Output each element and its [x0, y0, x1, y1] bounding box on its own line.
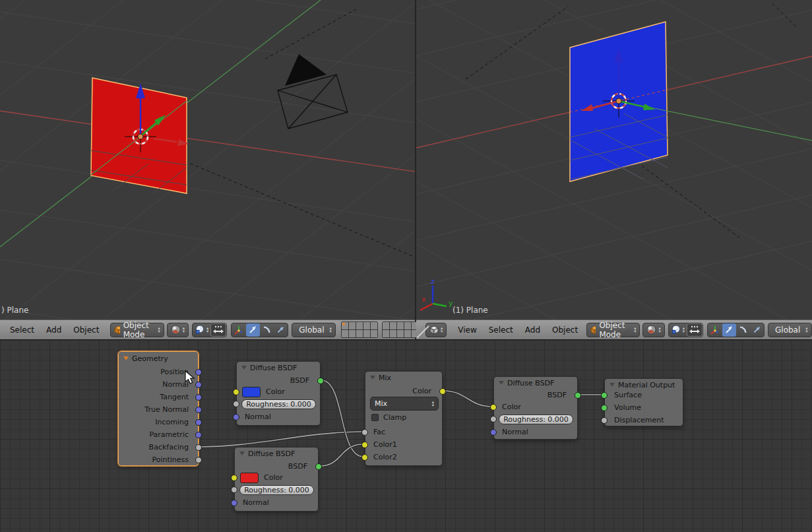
- snap-element-button[interactable]: ▴▾: [669, 323, 687, 337]
- clamp-checkbox[interactable]: [371, 414, 379, 421]
- viewport-shading-dropdown[interactable]: ▴▾: [167, 323, 189, 337]
- collapse-triangle-icon[interactable]: [239, 451, 245, 455]
- orientation-dropdown[interactable]: Global ▴▾: [768, 323, 812, 337]
- rotate-arc-icon: [262, 325, 272, 335]
- collapse-triangle-icon[interactable]: [499, 381, 504, 385]
- object-origin: [138, 134, 143, 139]
- socket-normal-in[interactable]: [233, 414, 239, 420]
- socket-color-in[interactable]: [233, 389, 239, 395]
- socket-bsdf-out[interactable]: [315, 463, 322, 470]
- color-swatch[interactable]: [240, 473, 259, 483]
- input-surface: Surface: [614, 390, 642, 401]
- manipulator-toggle-button[interactable]: [708, 323, 722, 337]
- node-diffuse-bsdf-2[interactable]: Diffuse BSDF BSDF Color Roughness: 0.000…: [234, 447, 319, 512]
- socket-parametric[interactable]: [195, 432, 202, 438]
- mode-dropdown[interactable]: Object Mode ▴▾: [586, 323, 640, 337]
- socket-roughness-in[interactable]: [490, 416, 497, 422]
- node-geometry[interactable]: Geometry Position Normal Tangent True No…: [118, 351, 199, 466]
- collapse-triangle-icon[interactable]: [123, 356, 129, 360]
- updown-arrows-icon: ▴▾: [658, 327, 660, 333]
- menu-select[interactable]: Select: [4, 325, 40, 335]
- node-editor[interactable]: Geometry Position Normal Tangent True No…: [0, 340, 812, 532]
- output-bsdf: BSDF: [547, 390, 567, 401]
- camera-object[interactable]: [278, 54, 348, 129]
- viewport-shading-dropdown[interactable]: ▴▾: [642, 323, 664, 337]
- output-tangent: Tangent: [160, 392, 189, 403]
- x-axis-line: [416, 112, 570, 148]
- node-mix[interactable]: Mix Color Mix ▴▾ Clamp Fac Color1 Color2: [365, 371, 443, 466]
- snap-sphere-icon: [195, 325, 204, 335]
- socket-normal-in[interactable]: [490, 429, 497, 436]
- menu-object[interactable]: Object: [67, 325, 105, 335]
- socket-bsdf-out[interactable]: [575, 392, 581, 399]
- socket-color-in[interactable]: [490, 404, 497, 411]
- socket-roughness-in[interactable]: [233, 401, 239, 407]
- socket-bsdf-out[interactable]: [317, 378, 324, 384]
- socket-incoming[interactable]: [195, 419, 202, 426]
- scale-manipulator-button[interactable]: [750, 323, 764, 337]
- active-object-label: (1) Plane: [453, 306, 488, 315]
- socket-fac-in[interactable]: [361, 429, 368, 436]
- mode-value: Object Mode: [596, 321, 632, 339]
- rotate-manipulator-button[interactable]: [260, 323, 274, 337]
- snap-element-button[interactable]: ▴▾: [193, 323, 210, 337]
- socket-color-out[interactable]: [439, 388, 446, 395]
- menu-add[interactable]: Add: [40, 325, 67, 335]
- mode-dropdown[interactable]: Object Mode ▴▾: [110, 323, 164, 337]
- axis-mini-gizmo: z x y: [420, 277, 453, 310]
- collapse-triangle-icon[interactable]: [609, 383, 615, 387]
- socket-roughness-in[interactable]: [231, 486, 237, 493]
- node-diffuse-bsdf-3[interactable]: Diffuse BSDF BSDF Color Roughness: 0.000…: [493, 376, 578, 440]
- cube-icon: [590, 325, 596, 335]
- input-displacement: Displacement: [614, 415, 664, 426]
- shading-sphere-icon: [171, 325, 181, 335]
- color-swatch[interactable]: [242, 387, 261, 397]
- updown-arrows-icon: ▴▾: [432, 401, 434, 407]
- blender-window: ) Plane: [0, 0, 812, 532]
- socket-tangent[interactable]: [195, 394, 202, 401]
- node-title: Diffuse BSDF: [248, 449, 295, 458]
- node-material-output[interactable]: Material Output Surface Volume Displacem…: [604, 378, 683, 426]
- link-mix-to-color: [443, 391, 492, 407]
- manipulator-toggle-button[interactable]: [232, 323, 246, 337]
- viewport-3d-left[interactable]: ) Plane: [0, 0, 415, 319]
- node-title: Material Output: [618, 381, 675, 389]
- viewport-separator[interactable]: [415, 0, 416, 340]
- socket-pointiness[interactable]: [195, 457, 202, 463]
- translate-manipulator-button[interactable]: [246, 323, 260, 337]
- translate-manipulator-button[interactable]: [722, 323, 736, 337]
- roughness-slider[interactable]: Roughness: 0.000: [239, 485, 314, 495]
- socket-surface-in[interactable]: [601, 392, 608, 399]
- socket-normal-in[interactable]: [231, 500, 237, 506]
- snap-mode-button[interactable]: [210, 323, 226, 337]
- socket-true-normal[interactable]: [195, 407, 202, 413]
- socket-displacement-in[interactable]: [601, 417, 608, 424]
- orientation-dropdown[interactable]: Global ▴▾: [292, 323, 336, 337]
- orientation-value: Global: [772, 325, 803, 335]
- updown-arrows-icon: ▴▾: [183, 327, 185, 333]
- area-corner-gripper[interactable]: [417, 321, 431, 339]
- menu-add[interactable]: Add: [519, 325, 546, 335]
- layer-grid-1[interactable]: [341, 321, 378, 338]
- rotate-manipulator-button[interactable]: [736, 323, 750, 337]
- blend-type-dropdown[interactable]: Mix ▴▾: [370, 397, 439, 411]
- socket-color2-in[interactable]: [361, 454, 368, 461]
- menu-object[interactable]: Object: [546, 325, 584, 335]
- collapse-triangle-icon[interactable]: [241, 366, 247, 370]
- viewport-3d-right[interactable]: z x y (1) Plane: [416, 0, 812, 319]
- socket-volume-in[interactable]: [601, 405, 608, 411]
- layer-grid-2[interactable]: [382, 321, 419, 338]
- collapse-triangle-icon[interactable]: [370, 376, 375, 380]
- roughness-slider[interactable]: Roughness: 0.000: [241, 399, 316, 409]
- socket-backfacing[interactable]: [195, 444, 202, 451]
- menu-select[interactable]: Select: [483, 325, 519, 335]
- menu-view[interactable]: View: [452, 325, 482, 335]
- clamp-label: Clamp: [383, 413, 406, 423]
- snap-mode-button[interactable]: [687, 323, 703, 337]
- node-diffuse-bsdf-1[interactable]: Diffuse BSDF BSDF Color Roughness: 0.000…: [236, 361, 321, 426]
- socket-color-in[interactable]: [231, 475, 237, 481]
- socket-color1-in[interactable]: [361, 442, 368, 448]
- scale-manipulator-button[interactable]: [274, 323, 288, 337]
- scale-arrow-icon: [752, 325, 762, 335]
- roughness-slider[interactable]: Roughness: 0.000: [499, 415, 573, 424]
